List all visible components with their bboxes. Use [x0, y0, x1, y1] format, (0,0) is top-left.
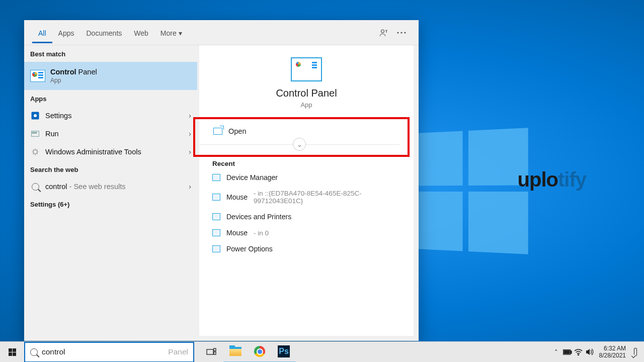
recent-label: Device Manager	[226, 173, 278, 182]
result-run[interactable]: Run ›	[24, 125, 197, 143]
control-panel-item-icon	[212, 174, 220, 181]
start-search-panel: All Apps Documents Web More ▾ Best match…	[24, 20, 419, 341]
svg-point-15	[578, 354, 579, 355]
tab-web[interactable]: Web	[128, 22, 154, 43]
svg-rect-6	[32, 131, 39, 137]
recent-label: Mouse	[226, 193, 248, 201]
svg-rect-9	[207, 349, 213, 354]
search-input[interactable]	[42, 347, 167, 356]
detail-subtitle: App	[203, 101, 410, 109]
clock[interactable]: 6:32 AM 8/28/2021	[595, 345, 630, 359]
battery-icon[interactable]	[562, 342, 573, 363]
file-explorer-button[interactable]	[223, 342, 248, 363]
search-autocomplete-ghost: Panel	[168, 347, 188, 356]
recent-item[interactable]: Device Manager	[203, 169, 410, 186]
control-panel-item-icon	[212, 245, 220, 252]
web-suffix: - See web results	[67, 183, 126, 191]
svg-point-1	[397, 32, 398, 33]
taskbar-search-box[interactable]: Panel	[24, 342, 194, 363]
section-apps: Apps	[24, 90, 197, 107]
volume-icon[interactable]	[584, 342, 595, 363]
file-explorer-icon	[229, 347, 242, 356]
recent-item[interactable]: Mouse - in 0	[203, 225, 410, 241]
svg-point-8	[33, 150, 37, 154]
expand-actions-button[interactable]: ⌄	[293, 138, 306, 151]
detail-title: Control Panel	[203, 87, 410, 99]
recent-item[interactable]: Devices and Printers	[203, 209, 410, 225]
recent-suffix: - in ::{ED7BA470-8E54-465E-825C-99712043…	[254, 190, 400, 205]
more-options-icon[interactable]	[392, 24, 411, 42]
clock-time: 6:32 AM	[599, 345, 626, 352]
section-settings-count[interactable]: Settings (6+)	[24, 196, 197, 212]
start-button[interactable]	[0, 342, 24, 363]
open-action-highlight: Open ⌄	[193, 117, 410, 157]
svg-point-3	[404, 32, 406, 33]
best-match-subtitle: App	[50, 77, 97, 84]
tab-more[interactable]: More ▾	[154, 22, 188, 43]
recent-header: Recent	[203, 157, 410, 169]
svg-rect-10	[214, 348, 216, 351]
chrome-button[interactable]	[248, 342, 272, 363]
chrome-icon	[254, 346, 265, 357]
section-search-web: Search the web	[24, 161, 197, 177]
best-match-title-bold: Control	[50, 68, 76, 76]
watermark-faded: tify	[558, 168, 586, 191]
result-admin-tools-label: Windows Administrative Tools	[45, 148, 141, 156]
profile-icon[interactable]	[374, 24, 392, 42]
recent-label: Devices and Printers	[226, 213, 291, 221]
chevron-right-icon: ›	[189, 183, 191, 191]
result-settings[interactable]: Settings ›	[24, 107, 197, 125]
tray-overflow-button[interactable]: ˄	[551, 342, 562, 363]
recent-label: Power Options	[226, 245, 273, 253]
taskview-button[interactable]	[199, 342, 223, 363]
caret-down-icon: ▾	[179, 29, 182, 37]
recent-item[interactable]: Power Options	[203, 241, 410, 257]
svg-rect-7	[32, 132, 37, 133]
taskview-icon	[206, 348, 216, 356]
tab-apps[interactable]: Apps	[52, 22, 80, 43]
open-label: Open	[228, 127, 246, 135]
svg-point-0	[381, 30, 384, 33]
svg-rect-11	[214, 352, 216, 354]
control-panel-icon	[30, 68, 45, 83]
svg-rect-13	[571, 351, 572, 353]
svg-rect-14	[564, 350, 570, 354]
recent-suffix: - in 0	[254, 229, 269, 237]
chevron-right-icon: ›	[189, 148, 191, 156]
tab-documents[interactable]: Documents	[80, 22, 128, 43]
system-tray: ˄ 6:32 AM 8/28/2021	[551, 342, 644, 363]
svg-point-2	[400, 32, 402, 33]
watermark-text: uplo	[518, 168, 558, 191]
windows-start-icon	[9, 348, 16, 356]
best-match-control-panel[interactable]: Control Panel App	[24, 62, 197, 90]
control-panel-item-icon	[212, 213, 220, 220]
action-center-button[interactable]	[630, 342, 641, 363]
result-admin-tools[interactable]: Windows Administrative Tools ›	[24, 143, 197, 161]
best-match-title-rest: Panel	[76, 68, 97, 76]
recent-label: Mouse	[226, 229, 248, 237]
wifi-icon[interactable]	[573, 342, 584, 363]
recent-item[interactable]: Mouse - in ::{ED7BA470-8E54-465E-825C-99…	[203, 186, 410, 209]
detail-column: Control Panel App Open ⌄ Recent Device M…	[199, 45, 414, 336]
windows-logo-wallpaper	[413, 128, 528, 254]
chevron-right-icon: ›	[189, 112, 191, 120]
notification-icon	[634, 348, 637, 356]
control-panel-item-icon	[212, 229, 220, 236]
search-tabs: All Apps Documents Web More ▾	[24, 20, 419, 45]
admin-tools-icon	[30, 147, 40, 157]
web-query: control	[45, 183, 67, 191]
watermark: uplotify	[518, 168, 586, 191]
tab-all[interactable]: All	[32, 22, 52, 43]
search-icon	[30, 182, 40, 192]
search-icon	[30, 348, 38, 356]
photoshop-button[interactable]: Ps	[272, 342, 296, 363]
result-web-search[interactable]: control - See web results ›	[24, 177, 197, 196]
tab-more-label: More	[160, 29, 177, 37]
control-panel-item-icon	[212, 194, 220, 201]
run-icon	[30, 129, 40, 139]
svg-point-5	[34, 114, 37, 117]
photoshop-icon: Ps	[278, 345, 290, 357]
detail-control-panel-icon	[291, 57, 322, 81]
taskbar: Panel Ps ˄ 6:32 AM 8/28/2021	[0, 341, 644, 362]
clock-date: 8/28/2021	[599, 352, 626, 359]
